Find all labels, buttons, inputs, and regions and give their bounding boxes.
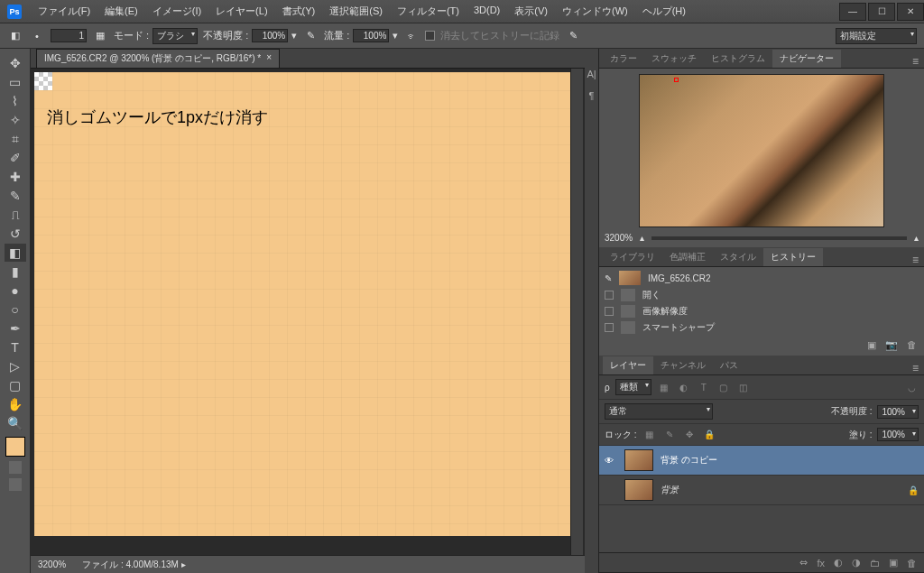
eyedropper-tool[interactable]: ✐ [5, 149, 26, 167]
layer-name[interactable]: 背景 のコピー [661, 454, 717, 467]
history-brush-tool[interactable]: ↺ [5, 225, 26, 243]
flow-dropdown-icon[interactable]: ▾ [393, 30, 398, 42]
zoom-level[interactable]: 3200% [38, 559, 66, 569]
lock-all-icon[interactable]: 🔒 [702, 429, 716, 441]
tab-navigator[interactable]: ナビゲーター [772, 50, 841, 68]
canvas[interactable]: 消しゴムツールで1pxだけ消す [34, 72, 570, 536]
tab-layers[interactable]: レイヤー [603, 356, 653, 374]
menu-3d[interactable]: 3D(D) [468, 2, 505, 21]
eraser-tool-icon[interactable]: ◧ [7, 28, 23, 44]
visibility-icon[interactable]: 👁 [605, 456, 617, 466]
brush-size-input[interactable]: 1 [51, 29, 87, 42]
panel-menu-icon[interactable]: ≡ [907, 55, 924, 68]
brush-tool[interactable]: ✎ [5, 187, 26, 205]
blur-tool[interactable]: ● [5, 282, 26, 300]
hand-tool[interactable]: ✋ [5, 395, 26, 413]
fill-input[interactable]: 100% [877, 428, 919, 441]
camera-icon[interactable]: 📷 [885, 339, 898, 351]
tab-adjustments[interactable]: 色調補正 [662, 248, 713, 266]
menu-image[interactable]: イメージ(I) [147, 2, 207, 21]
filter-smart-icon[interactable]: ◫ [736, 381, 751, 393]
layer-row[interactable]: 背景 🔒 [599, 476, 924, 505]
mode-dropdown[interactable]: ブラシ [152, 28, 198, 44]
tab-styles[interactable]: スタイル [713, 248, 763, 266]
panel-menu-icon[interactable]: ≡ [907, 362, 924, 374]
layer-row[interactable]: 👁 背景 のコピー [599, 446, 924, 476]
filter-type-icon[interactable]: T [697, 381, 711, 393]
close-tab-icon[interactable]: × [266, 52, 272, 65]
menu-layer[interactable]: レイヤー(L) [210, 2, 273, 21]
lasso-tool[interactable]: ⌇ [5, 92, 26, 110]
menu-select[interactable]: 選択範囲(S) [324, 2, 388, 21]
shape-tool[interactable]: ▢ [5, 376, 26, 394]
maximize-button[interactable]: ☐ [868, 3, 895, 21]
filter-adjust-icon[interactable]: ◐ [677, 381, 691, 393]
zoom-in-icon[interactable]: ▴ [914, 233, 919, 243]
heal-tool[interactable]: ✚ [5, 168, 26, 186]
screen-mode-icon[interactable] [9, 478, 22, 491]
marquee-tool[interactable]: ▭ [5, 73, 26, 91]
foreground-color-swatch[interactable] [5, 437, 25, 457]
zoom-tool[interactable]: 🔍 [5, 414, 26, 432]
filter-toggle-icon[interactable]: ◡ [904, 381, 919, 393]
menu-filter[interactable]: フィルター(T) [392, 2, 465, 21]
history-item[interactable]: 開く [601, 287, 922, 303]
tab-color[interactable]: カラー [603, 50, 644, 68]
tab-paths[interactable]: パス [713, 356, 745, 374]
paragraph-panel-icon[interactable]: ¶ [589, 90, 595, 101]
pressure-size-icon[interactable]: ✎ [565, 28, 581, 44]
eraser-tool[interactable]: ◧ [5, 244, 26, 262]
gradient-tool[interactable]: ▮ [5, 263, 26, 281]
menu-type[interactable]: 書式(Y) [277, 2, 321, 21]
new-layer-icon[interactable]: ▣ [889, 557, 898, 568]
tab-channels[interactable]: チャンネル [653, 356, 713, 374]
lock-position-icon[interactable]: ✥ [682, 429, 697, 441]
brush-panel-icon[interactable]: ▦ [92, 28, 108, 44]
layer-opacity-input[interactable]: 100% [877, 405, 919, 419]
document-tab[interactable]: IMG_6526.CR2 @ 3200% (背景 のコピー, RGB/16*) … [36, 49, 280, 68]
zoom-slider[interactable] [651, 236, 907, 240]
layer-mask-icon[interactable]: ◐ [834, 557, 843, 568]
tab-history[interactable]: ヒストリー [763, 248, 823, 266]
delete-layer-icon[interactable]: 🗑 [907, 558, 917, 568]
dodge-tool[interactable]: ○ [5, 300, 26, 319]
layer-filter-dropdown[interactable]: 種類 [615, 379, 651, 395]
link-layers-icon[interactable]: ⇔ [799, 557, 808, 568]
history-item[interactable]: スマートシャープ [601, 319, 922, 336]
erase-history-checkbox[interactable] [425, 31, 435, 41]
layer-name[interactable]: 背景 [661, 484, 679, 496]
tab-library[interactable]: ライブラリ [603, 248, 662, 266]
layer-fx-icon[interactable]: fx [817, 558, 825, 568]
history-snapshot[interactable]: ✎ IMG_6526.CR2 [601, 269, 922, 287]
opacity-input[interactable]: 100% [252, 29, 288, 42]
zoom-out-icon[interactable]: ▴ [640, 233, 644, 243]
move-tool[interactable]: ✥ [5, 54, 26, 72]
filter-shape-icon[interactable]: ▢ [716, 381, 731, 393]
pressure-opacity-icon[interactable]: ✎ [302, 28, 319, 44]
filter-pixel-icon[interactable]: ▦ [657, 381, 671, 393]
brush-preset-icon[interactable]: • [29, 28, 45, 44]
trash-icon[interactable]: 🗑 [907, 339, 917, 351]
tab-swatch[interactable]: スウォッチ [644, 50, 704, 68]
pen-tool[interactable]: ✒ [5, 319, 26, 337]
menu-help[interactable]: ヘルプ(H) [637, 2, 691, 21]
lock-pixels-icon[interactable]: ✎ [662, 429, 677, 441]
wand-tool[interactable]: ✧ [5, 111, 26, 129]
navigator-zoom-value[interactable]: 3200% [605, 233, 633, 243]
menu-window[interactable]: ウィンドウ(W) [557, 2, 633, 21]
character-panel-icon[interactable]: A| [587, 69, 596, 79]
new-snapshot-icon[interactable]: ▣ [867, 339, 876, 351]
flow-input[interactable]: 100% [353, 29, 389, 42]
vertical-scrollbar[interactable] [570, 69, 583, 555]
workspace-dropdown[interactable]: 初期設定 [836, 28, 917, 44]
tab-histogram[interactable]: ヒストグラム [704, 50, 772, 68]
quick-mask-icon[interactable] [9, 461, 22, 474]
blend-mode-dropdown[interactable]: 通常 [605, 403, 713, 420]
path-select-tool[interactable]: ▷ [5, 357, 26, 375]
close-button[interactable]: ✕ [897, 3, 924, 21]
lock-transparent-icon[interactable]: ▦ [642, 429, 657, 441]
menu-file[interactable]: ファイル(F) [32, 2, 96, 21]
stamp-tool[interactable]: ⎍ [5, 206, 26, 224]
type-tool[interactable]: T [5, 338, 26, 356]
navigator-preview[interactable] [639, 74, 884, 227]
